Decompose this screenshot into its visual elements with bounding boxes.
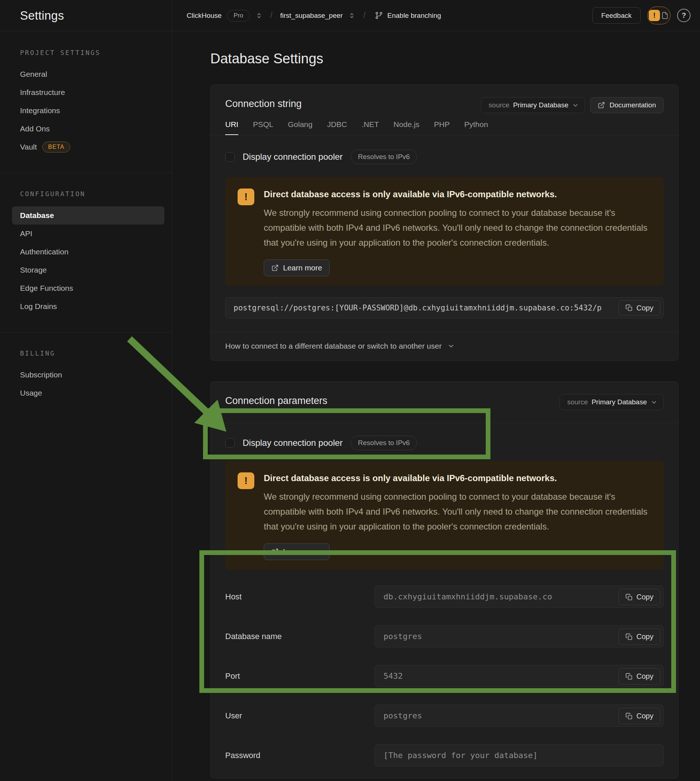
- database-name-input[interactable]: postgres Copy: [374, 625, 663, 647]
- chevron-updown-icon[interactable]: [255, 12, 263, 19]
- sidebar: PROJECT SETTINGS General Infrastructure …: [0, 31, 172, 781]
- source-label: source: [567, 398, 588, 406]
- display-connection-pooler-label: Display connection pooler: [243, 438, 343, 448]
- connect-help-label: How to connect to a different database o…: [225, 342, 442, 350]
- page-title: Database Settings: [210, 50, 678, 67]
- sidebar-item-infrastructure[interactable]: Infrastructure: [0, 83, 172, 102]
- user-input[interactable]: postgres Copy: [374, 704, 663, 727]
- enable-branching-label: Enable branching: [387, 12, 441, 20]
- password-placeholder: [The password for your database]: [383, 751, 538, 760]
- topbar-left: Settings: [0, 0, 172, 31]
- copy-port-button[interactable]: Copy: [618, 668, 660, 684]
- copy-label: Copy: [636, 712, 653, 720]
- database-name-field-row: Database name postgres Copy: [225, 625, 663, 647]
- beta-badge: BETA: [42, 142, 70, 152]
- breadcrumb-org[interactable]: ClickHouse: [187, 12, 222, 20]
- connect-help-expander[interactable]: How to connect to a different database o…: [211, 332, 678, 360]
- password-input[interactable]: [The password for your database]: [374, 744, 663, 766]
- sidebar-item-log-drains[interactable]: Log Drains: [0, 297, 172, 315]
- section-label-project-settings: PROJECT SETTINGS: [20, 49, 172, 57]
- breadcrumb-project[interactable]: first_supabase_peer: [280, 12, 343, 20]
- topbar-actions: Feedback ! ?: [592, 7, 690, 24]
- tab-golang[interactable]: Golang: [288, 120, 313, 135]
- user-label: User: [225, 711, 374, 721]
- resolves-to-ipv6-badge: Resolves to IPv6: [351, 436, 417, 450]
- main-content: Database Settings Connection string sour…: [172, 31, 700, 781]
- copy-host-button[interactable]: Copy: [618, 589, 660, 605]
- copy-database-name-button[interactable]: Copy: [618, 629, 660, 645]
- source-select[interactable]: source Primary Database: [560, 394, 663, 410]
- password-label: Password: [225, 751, 374, 760]
- copy-icon: [625, 594, 633, 601]
- external-link-icon: [272, 264, 279, 272]
- learn-more-button[interactable]: Learn more: [264, 543, 330, 560]
- connection-parameters-card: Connection parameters source Primary Dat…: [210, 381, 678, 778]
- help-icon[interactable]: ?: [677, 9, 690, 22]
- port-input[interactable]: 5432 Copy: [374, 665, 663, 687]
- tab-uri[interactable]: URI: [225, 120, 238, 135]
- source-value: Primary Database: [592, 398, 647, 406]
- documentation-button[interactable]: Documentation: [590, 97, 663, 113]
- tab-php[interactable]: PHP: [434, 120, 450, 135]
- sidebar-item-vault-label: Vault: [20, 143, 37, 152]
- display-connection-pooler-checkbox[interactable]: [225, 438, 235, 448]
- chevron-down-icon: [650, 399, 657, 406]
- sidebar-item-vault[interactable]: Vault BETA: [0, 138, 172, 156]
- topbar: Settings ClickHouse Pro / first_supabase…: [0, 0, 700, 31]
- connection-string-field[interactable]: postgresql://postgres:[YOUR-PASSWORD]@db…: [225, 297, 663, 319]
- user-field-row: User postgres Copy: [225, 704, 663, 727]
- app-title: Settings: [20, 9, 64, 23]
- sidebar-item-add-ons[interactable]: Add Ons: [0, 120, 172, 138]
- sidebar-item-authentication[interactable]: Authentication: [0, 243, 172, 261]
- source-label: source: [488, 101, 509, 109]
- topbar-main: ClickHouse Pro / first_supabase_peer / E…: [172, 0, 700, 31]
- connection-string-tabs: URI PSQL Golang JDBC .NET Node.js PHP Py…: [211, 120, 678, 135]
- tab-nodejs[interactable]: Node.js: [394, 120, 420, 135]
- chevron-down-icon: [448, 342, 455, 350]
- ipv6-warning-box: ! Direct database access is only availab…: [225, 461, 663, 569]
- sidebar-item-storage[interactable]: Storage: [0, 261, 172, 279]
- tab-python[interactable]: Python: [464, 120, 488, 135]
- host-field-row: Host db.cxhygiuitamxhniiddjm.supabase.co…: [225, 586, 663, 608]
- documentation-label: Documentation: [609, 101, 656, 109]
- learn-more-label: Learn more: [283, 547, 322, 556]
- password-field-row: Password [The password for your database…: [225, 744, 663, 766]
- breadcrumb: ClickHouse Pro / first_supabase_peer / E…: [187, 10, 441, 22]
- tab-dotnet[interactable]: .NET: [362, 120, 379, 135]
- source-value: Primary Database: [513, 101, 568, 109]
- connection-string-value: postgresql://postgres:[YOUR-PASSWORD]@db…: [233, 304, 618, 312]
- tab-jdbc[interactable]: JDBC: [327, 120, 347, 135]
- source-select[interactable]: source Primary Database: [481, 97, 585, 113]
- sidebar-item-integrations[interactable]: Integrations: [0, 102, 172, 120]
- copy-user-button[interactable]: Copy: [618, 708, 660, 724]
- port-label: Port: [225, 671, 374, 681]
- copy-label: Copy: [636, 593, 653, 601]
- display-connection-pooler-checkbox[interactable]: [225, 152, 235, 162]
- sidebar-item-usage[interactable]: Usage: [0, 384, 172, 402]
- copy-label: Copy: [636, 672, 653, 681]
- copy-connection-string-button[interactable]: Copy: [618, 300, 660, 315]
- feedback-button[interactable]: Feedback: [592, 7, 641, 23]
- learn-more-button[interactable]: Learn more: [264, 259, 330, 276]
- connection-parameters-title: Connection parameters: [225, 394, 327, 407]
- display-connection-pooler-label: Display connection pooler: [243, 152, 343, 162]
- sidebar-item-subscription[interactable]: Subscription: [0, 366, 172, 384]
- breadcrumb-separator: /: [361, 10, 367, 20]
- enable-branching[interactable]: Enable branching: [375, 11, 441, 20]
- chevron-updown-icon[interactable]: [348, 12, 355, 19]
- port-value: 5432: [383, 671, 403, 681]
- sidebar-item-general[interactable]: General: [0, 65, 172, 83]
- sidebar-item-database[interactable]: Database: [12, 206, 165, 225]
- warning-icon: !: [238, 472, 254, 489]
- copy-icon: [625, 633, 633, 641]
- connection-string-title: Connection string: [225, 97, 302, 110]
- notifications-button[interactable]: !: [647, 7, 670, 24]
- plan-badge[interactable]: Pro: [227, 10, 250, 22]
- warning-title: Direct database access is only available…: [264, 472, 651, 484]
- host-input[interactable]: db.cxhygiuitamxhniiddjm.supabase.co Copy: [374, 586, 663, 608]
- warning-body: We strongly recommend using connection p…: [264, 489, 651, 534]
- sidebar-item-edge-functions[interactable]: Edge Functions: [0, 279, 172, 297]
- tab-psql[interactable]: PSQL: [253, 120, 273, 135]
- learn-more-label: Learn more: [283, 264, 322, 272]
- sidebar-item-api[interactable]: API: [0, 225, 172, 243]
